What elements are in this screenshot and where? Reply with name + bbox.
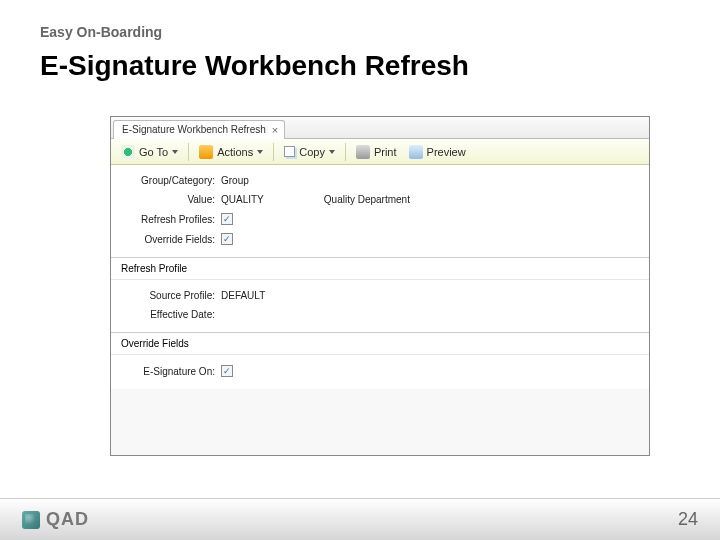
override-fields-checkbox[interactable] <box>221 233 233 245</box>
chevron-down-icon <box>329 150 335 154</box>
print-button[interactable]: Print <box>352 143 401 161</box>
copy-label: Copy <box>299 146 325 158</box>
form-refresh-profile: Source Profile: DEFAULT Effective Date: <box>111 280 649 332</box>
source-profile-value: DEFAULT <box>221 290 265 301</box>
tab-esig-refresh[interactable]: E-Signature Workbench Refresh × <box>113 120 285 139</box>
override-fields-label: Override Fields: <box>121 234 221 245</box>
form-override-fields: E-Signature On: <box>111 355 649 389</box>
effective-date-label: Effective Date: <box>121 309 221 320</box>
separator <box>273 143 274 161</box>
close-icon[interactable]: × <box>272 124 278 136</box>
page-number: 24 <box>678 509 698 530</box>
goto-button[interactable]: Go To <box>117 143 182 161</box>
actions-label: Actions <box>217 146 253 158</box>
brand-logo: QAD <box>22 509 89 530</box>
copy-button[interactable]: Copy <box>280 144 339 160</box>
goto-icon <box>121 145 135 159</box>
value-value: QUALITY <box>221 194 264 205</box>
group-category-value: Group <box>221 175 249 186</box>
section-override-fields: Override Fields <box>111 332 649 355</box>
preview-icon <box>409 145 423 159</box>
actions-button[interactable]: Actions <box>195 143 267 161</box>
tab-label: E-Signature Workbench Refresh <box>122 124 266 135</box>
group-category-label: Group/Category: <box>121 175 221 186</box>
value-label: Value: <box>121 194 221 205</box>
goto-label: Go To <box>139 146 168 158</box>
actions-icon <box>199 145 213 159</box>
esignature-on-checkbox[interactable] <box>221 365 233 377</box>
value-description: Quality Department <box>324 194 410 205</box>
esignature-on-label: E-Signature On: <box>121 366 221 377</box>
logo-icon <box>22 511 40 529</box>
chevron-down-icon <box>172 150 178 154</box>
print-label: Print <box>374 146 397 158</box>
separator <box>188 143 189 161</box>
breadcrumb: Easy On-Boarding <box>40 24 680 40</box>
slide-footer: QAD 24 <box>0 498 720 540</box>
print-icon <box>356 145 370 159</box>
preview-label: Preview <box>427 146 466 158</box>
chevron-down-icon <box>257 150 263 154</box>
tab-strip: E-Signature Workbench Refresh × <box>111 117 649 139</box>
page-title: E-Signature Workbench Refresh <box>40 50 680 82</box>
source-profile-label: Source Profile: <box>121 290 221 301</box>
logo-text: QAD <box>46 509 89 530</box>
separator <box>345 143 346 161</box>
app-window: E-Signature Workbench Refresh × Go To Ac… <box>110 116 650 456</box>
refresh-profiles-checkbox[interactable] <box>221 213 233 225</box>
copy-icon <box>284 146 295 157</box>
preview-button[interactable]: Preview <box>405 143 470 161</box>
form-main: Group/Category: Group Value: QUALITY Qua… <box>111 165 649 257</box>
section-refresh-profile: Refresh Profile <box>111 257 649 280</box>
toolbar: Go To Actions Copy Print Preview <box>111 139 649 165</box>
refresh-profiles-label: Refresh Profiles: <box>121 214 221 225</box>
